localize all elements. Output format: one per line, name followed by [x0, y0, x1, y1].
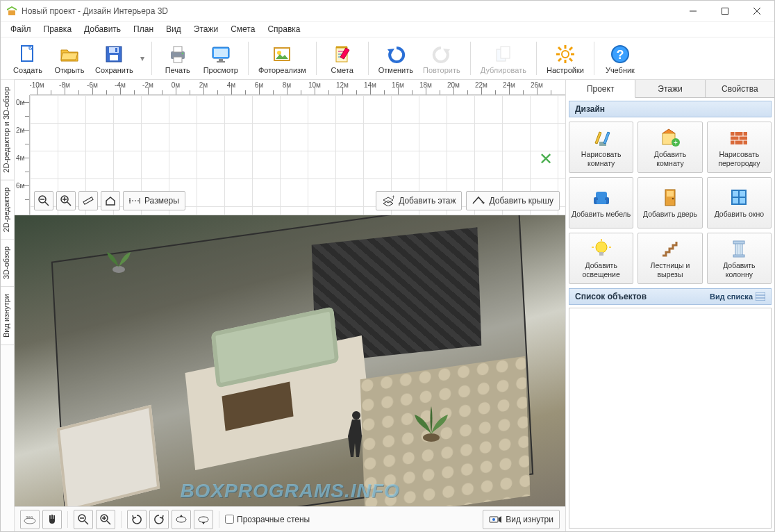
svg-point-52 — [352, 411, 360, 419]
main-toolbar: СоздатьОткрытьСохранить▾ПечатьПросмотрФо… — [1, 37, 774, 80]
window-title: Новый проект - Дизайн Интерьера 3D — [22, 6, 677, 16]
ruler-vertical: 0м2м4м6м — [15, 95, 30, 215]
photoreal-button[interactable]: Фотореализм — [254, 39, 310, 78]
home-button[interactable] — [101, 191, 120, 210]
add-lighting-button[interactable]: Добавить освещение — [569, 233, 633, 284]
zoom-in-3d-button[interactable] — [96, 510, 115, 529]
toolbar-separator — [536, 42, 537, 75]
menu-справка[interactable]: Справка — [262, 23, 306, 35]
menu-добавить[interactable]: Добавить — [78, 23, 126, 35]
estimate-label: Смета — [331, 66, 353, 74]
menu-файл[interactable]: Файл — [5, 23, 37, 35]
undo-label: Отменить — [378, 66, 413, 74]
add-door-button[interactable]: Добавить дверь — [638, 177, 702, 228]
rotate-360-button[interactable]: 360 — [20, 510, 40, 529]
photoreal-label: Фотореализм — [258, 66, 306, 74]
ruler-button[interactable] — [78, 191, 98, 210]
undo-button[interactable]: Отменить — [374, 39, 417, 78]
menu-вид[interactable]: Вид — [160, 23, 187, 35]
add-floor-button[interactable]: + Добавить этаж — [376, 191, 462, 210]
view-inside-button[interactable]: Вид изнутри — [483, 510, 560, 529]
right-tab-1[interactable]: Этажи — [635, 80, 705, 97]
add-column-button[interactable]: Добавить колонну — [707, 233, 772, 284]
titlebar: Новый проект - Дизайн Интерьера 3D — [1, 1, 774, 22]
app-icon — [6, 6, 17, 17]
ruler-h-label: 0м — [172, 81, 180, 89]
menu-правка[interactable]: Правка — [38, 23, 78, 35]
right-tab-2[interactable]: Свойства — [706, 80, 774, 97]
maximize-button[interactable] — [709, 1, 741, 22]
svg-rect-11 — [174, 47, 182, 52]
svg-line-33 — [569, 47, 572, 50]
svg-point-26 — [562, 51, 569, 58]
tilt-down-button[interactable] — [194, 510, 213, 529]
ruler-h-label: 20м — [447, 81, 460, 89]
canvas-2d-tools: Размеры — [34, 191, 185, 210]
duplicate-label: Дублировать — [481, 66, 526, 74]
ruler-h-label: -2м — [142, 81, 153, 89]
add-room-button[interactable]: +Добавить комнату — [638, 122, 702, 173]
stairs-icon — [659, 238, 681, 259]
menu-смета[interactable]: Смета — [225, 23, 260, 35]
object-list[interactable] — [569, 308, 772, 529]
minimize-button[interactable] — [677, 1, 709, 22]
stairs-button[interactable]: Лестницы и вырезы — [638, 233, 702, 284]
svg-rect-16 — [219, 59, 223, 61]
estimate-button[interactable]: Смета — [322, 39, 362, 78]
center-column: -10м-8м-6м-4м-2м0м2м4м6м8м10м12м14м16м18… — [15, 80, 566, 531]
pan-button[interactable] — [42, 510, 62, 529]
new-button[interactable]: Создать — [8, 39, 48, 78]
workspace: 2D-редактор и 3D-обзор2D-редактор3D-обзо… — [1, 80, 774, 531]
plant-icon — [410, 389, 452, 444]
settings-button[interactable]: Настройки — [542, 39, 588, 78]
draw-partition-button[interactable]: Нарисовать перегородку — [707, 122, 772, 173]
save-dropdown[interactable]: ▾ — [139, 39, 146, 78]
preview-button[interactable]: Просмотр — [199, 39, 242, 78]
tilt-up-button[interactable] — [172, 510, 191, 529]
canvas-2d[interactable]: -10м-8м-6м-4м-2м0м2м4м6м8м10м12м14м16м18… — [15, 80, 565, 215]
draw-room-label: Нарисовать комнату — [571, 150, 631, 167]
add-furniture-button[interactable]: Добавить мебель — [569, 177, 633, 228]
list-view-toggle[interactable]: Вид списка — [710, 292, 765, 301]
menu-план[interactable]: План — [128, 23, 159, 35]
duplicate-icon — [492, 43, 515, 65]
svg-line-56 — [85, 521, 88, 524]
left-tab-inside[interactable]: Вид изнутри — [1, 287, 14, 345]
transparent-walls-checkbox[interactable]: Прозрачные стены — [225, 515, 310, 524]
svg-rect-83 — [667, 191, 674, 197]
file-new-icon — [17, 43, 39, 65]
design-section-header: Дизайн — [569, 101, 772, 117]
help-button[interactable]: ?Учебник — [600, 39, 640, 78]
open-label: Открыть — [54, 66, 84, 74]
toolbar-separator — [368, 42, 369, 75]
rotate-right-button[interactable] — [149, 510, 169, 529]
svg-text:+: + — [392, 195, 394, 201]
canvas-3d[interactable]: BOXPROGRAMS.INFO — [15, 215, 565, 506]
zoom-in-button[interactable] — [56, 191, 76, 210]
svg-rect-2 — [722, 8, 728, 14]
save-button[interactable]: Сохранить — [91, 39, 138, 78]
left-tab-2d[interactable]: 2D-редактор — [1, 181, 14, 240]
add-roof-button[interactable]: + Добавить крышу — [466, 191, 560, 210]
dimensions-button[interactable]: Размеры — [123, 191, 185, 210]
open-button[interactable]: Открыть — [49, 39, 90, 78]
zoom-out-button[interactable] — [34, 191, 53, 210]
svg-point-13 — [181, 52, 183, 53]
svg-point-88 — [596, 242, 607, 253]
add-column-label: Добавить колонну — [709, 261, 769, 278]
floppy-icon — [103, 43, 125, 65]
add-window-button[interactable]: Добавить окно — [707, 177, 772, 228]
right-tab-0[interactable]: Проект — [566, 80, 635, 98]
rotate-left-button[interactable] — [127, 510, 147, 529]
draw-room-button[interactable]: Нарисовать комнату — [569, 122, 633, 173]
zoom-out-3d-button[interactable] — [74, 510, 93, 529]
left-tab-2d3d[interactable]: 2D-редактор и 3D-обзор — [1, 80, 14, 181]
left-tab-3d[interactable]: 3D-обзор — [1, 240, 14, 287]
origin-marker-icon: ✕ — [539, 149, 553, 169]
view-3d-toolbar: 360 Прозрачные стены Вид изнутри — [15, 506, 565, 531]
menu-этажи[interactable]: Этажи — [188, 23, 224, 35]
add-window-label: Добавить окно — [715, 210, 764, 218]
print-button[interactable]: Печать — [158, 39, 198, 78]
transparent-walls-input[interactable] — [225, 515, 234, 524]
close-button[interactable] — [741, 1, 773, 22]
